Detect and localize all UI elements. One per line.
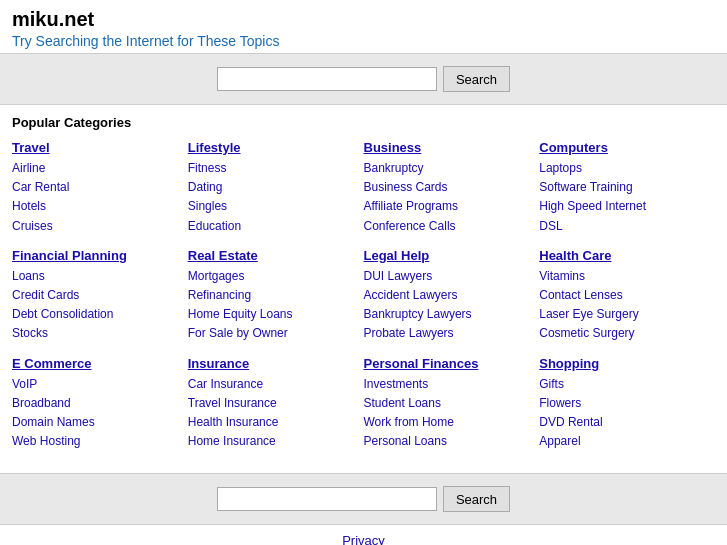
category-link-business-cards[interactable]: Business Cards <box>364 178 530 197</box>
category-title-health-care[interactable]: Health Care <box>539 248 705 263</box>
category-link-dating[interactable]: Dating <box>188 178 354 197</box>
category-link-car-insurance[interactable]: Car Insurance <box>188 375 354 394</box>
search-button-bottom[interactable]: Search <box>443 486 510 512</box>
category-link-bankruptcy-lawyers[interactable]: Bankruptcy Lawyers <box>364 305 530 324</box>
category-title-personal-finances[interactable]: Personal Finances <box>364 356 530 371</box>
category-title-business[interactable]: Business <box>364 140 530 155</box>
category-link-for-sale-by-owner[interactable]: For Sale by Owner <box>188 324 354 343</box>
privacy-link[interactable]: Privacy <box>0 525 727 545</box>
category-link-software-training[interactable]: Software Training <box>539 178 705 197</box>
category-link-dvd-rental[interactable]: DVD Rental <box>539 413 705 432</box>
category-link-web-hosting[interactable]: Web Hosting <box>12 432 178 451</box>
category-link-apparel[interactable]: Apparel <box>539 432 705 451</box>
category-link-affiliate-programs[interactable]: Affiliate Programs <box>364 197 530 216</box>
category-link-refinancing[interactable]: Refinancing <box>188 286 354 305</box>
category-link-investments[interactable]: Investments <box>364 375 530 394</box>
category-link-cosmetic-surgery[interactable]: Cosmetic Surgery <box>539 324 705 343</box>
category-title-legal-help[interactable]: Legal Help <box>364 248 530 263</box>
category-link-flowers[interactable]: Flowers <box>539 394 705 413</box>
category-col-personal-finances: Personal FinancesInvestmentsStudent Loan… <box>364 356 540 452</box>
category-link-broadband[interactable]: Broadband <box>12 394 178 413</box>
category-title-real-estate[interactable]: Real Estate <box>188 248 354 263</box>
category-link-vitamins[interactable]: Vitamins <box>539 267 705 286</box>
category-col-shopping: ShoppingGiftsFlowersDVD RentalApparel <box>539 356 715 452</box>
category-link-car-rental[interactable]: Car Rental <box>12 178 178 197</box>
category-col-business: BusinessBankruptcyBusiness CardsAffiliat… <box>364 140 540 236</box>
category-link-home-insurance[interactable]: Home Insurance <box>188 432 354 451</box>
category-col-insurance: InsuranceCar InsuranceTravel InsuranceHe… <box>188 356 364 452</box>
category-title-lifestyle[interactable]: Lifestyle <box>188 140 354 155</box>
category-link-stocks[interactable]: Stocks <box>12 324 178 343</box>
categories-grid: TravelAirlineCar RentalHotelsCruisesLife… <box>12 140 715 463</box>
category-col-health-care: Health CareVitaminsContact LensesLaser E… <box>539 248 715 344</box>
category-link-singles[interactable]: Singles <box>188 197 354 216</box>
search-bar-bottom: Search <box>0 473 727 525</box>
category-title-shopping[interactable]: Shopping <box>539 356 705 371</box>
category-title-travel[interactable]: Travel <box>12 140 178 155</box>
category-link-student-loans[interactable]: Student Loans <box>364 394 530 413</box>
category-col-e-commerce: E CommerceVoIPBroadbandDomain NamesWeb H… <box>12 356 188 452</box>
category-link-home-equity-loans[interactable]: Home Equity Loans <box>188 305 354 324</box>
category-link-education[interactable]: Education <box>188 217 354 236</box>
category-link-credit-cards[interactable]: Credit Cards <box>12 286 178 305</box>
category-link-fitness[interactable]: Fitness <box>188 159 354 178</box>
search-bar-top: Search <box>0 53 727 105</box>
category-link-work-from-home[interactable]: Work from Home <box>364 413 530 432</box>
category-link-accident-lawyers[interactable]: Accident Lawyers <box>364 286 530 305</box>
search-input-bottom[interactable] <box>217 487 437 511</box>
category-link-probate-lawyers[interactable]: Probate Lawyers <box>364 324 530 343</box>
search-input-top[interactable] <box>217 67 437 91</box>
category-link-personal-loans[interactable]: Personal Loans <box>364 432 530 451</box>
category-col-computers: ComputersLaptopsSoftware TrainingHigh Sp… <box>539 140 715 236</box>
category-link-dsl[interactable]: DSL <box>539 217 705 236</box>
category-title-insurance[interactable]: Insurance <box>188 356 354 371</box>
search-button-top[interactable]: Search <box>443 66 510 92</box>
category-link-domain-names[interactable]: Domain Names <box>12 413 178 432</box>
category-link-dui-lawyers[interactable]: DUI Lawyers <box>364 267 530 286</box>
category-link-hotels[interactable]: Hotels <box>12 197 178 216</box>
site-title: miku.net <box>12 8 715 31</box>
category-title-computers[interactable]: Computers <box>539 140 705 155</box>
category-col-legal-help: Legal HelpDUI LawyersAccident LawyersBan… <box>364 248 540 344</box>
category-link-contact-lenses[interactable]: Contact Lenses <box>539 286 705 305</box>
category-link-loans[interactable]: Loans <box>12 267 178 286</box>
category-link-debt-consolidation[interactable]: Debt Consolidation <box>12 305 178 324</box>
category-link-travel-insurance[interactable]: Travel Insurance <box>188 394 354 413</box>
category-col-lifestyle: LifestyleFitnessDatingSinglesEducation <box>188 140 364 236</box>
category-title-financial-planning[interactable]: Financial Planning <box>12 248 178 263</box>
category-link-airline[interactable]: Airline <box>12 159 178 178</box>
popular-categories-heading: Popular Categories <box>12 115 715 130</box>
category-col-travel: TravelAirlineCar RentalHotelsCruises <box>12 140 188 236</box>
category-link-laser-eye-surgery[interactable]: Laser Eye Surgery <box>539 305 705 324</box>
category-link-cruises[interactable]: Cruises <box>12 217 178 236</box>
main-content: Popular Categories TravelAirlineCar Rent… <box>0 105 727 473</box>
category-link-high-speed-internet[interactable]: High Speed Internet <box>539 197 705 216</box>
site-subtitle: Try Searching the Internet for These Top… <box>12 33 715 49</box>
category-link-gifts[interactable]: Gifts <box>539 375 705 394</box>
category-title-e-commerce[interactable]: E Commerce <box>12 356 178 371</box>
category-link-health-insurance[interactable]: Health Insurance <box>188 413 354 432</box>
category-link-laptops[interactable]: Laptops <box>539 159 705 178</box>
category-link-mortgages[interactable]: Mortgages <box>188 267 354 286</box>
category-link-conference-calls[interactable]: Conference Calls <box>364 217 530 236</box>
category-link-bankruptcy[interactable]: Bankruptcy <box>364 159 530 178</box>
category-col-financial-planning: Financial PlanningLoansCredit CardsDebt … <box>12 248 188 344</box>
category-col-real-estate: Real EstateMortgagesRefinancingHome Equi… <box>188 248 364 344</box>
category-link-voip[interactable]: VoIP <box>12 375 178 394</box>
